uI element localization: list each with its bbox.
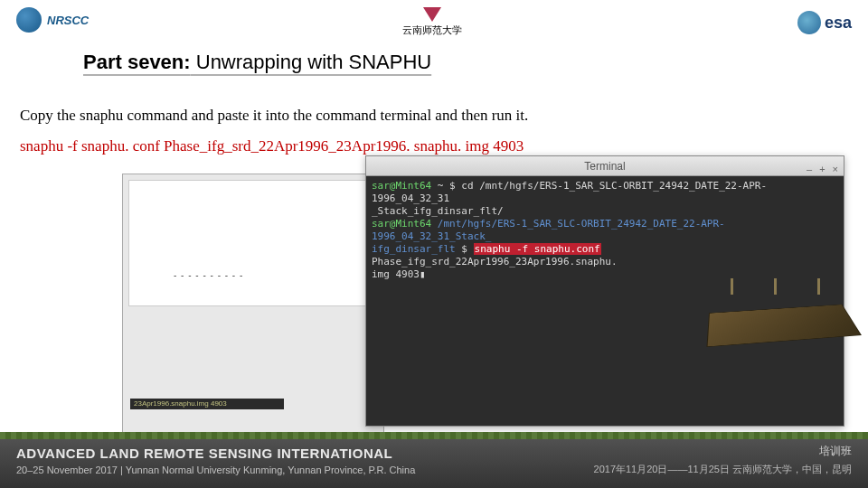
footer-cn1: 培训班 bbox=[594, 444, 852, 459]
antenna-icon bbox=[774, 278, 777, 295]
background-bottom-line: 23Apr1996.snaphu.img 4903 bbox=[130, 399, 284, 409]
maximize-icon[interactable]: + bbox=[819, 159, 825, 179]
esa-globe-icon bbox=[797, 11, 821, 34]
antenna-icon bbox=[731, 278, 733, 295]
background-window: - - - - - - - - - - 23Apr1996.snaphu.img… bbox=[122, 174, 384, 434]
terminal-titlebar[interactable]: Terminal – + × bbox=[366, 156, 844, 176]
globe-icon bbox=[16, 7, 42, 33]
nrscc-logo: NRSCC bbox=[16, 7, 89, 33]
esa-logo: esa bbox=[797, 11, 852, 34]
dots-row: - - - - - - - - - - bbox=[174, 270, 243, 280]
footer-title: ADVANCED LAND REMOTE SENSING INTERNATION… bbox=[16, 446, 415, 461]
terminal-line-1: sar@Mint64 ~ $ cd /mnt/hgfs/ERS-1_SAR_SL… bbox=[372, 180, 838, 205]
university-name: 云南师范大学 bbox=[402, 23, 462, 37]
satellite-graphic bbox=[687, 260, 868, 387]
footer-subtitle: 20–25 November 2017 | Yunnan Normal Univ… bbox=[16, 465, 415, 475]
solar-panel bbox=[706, 305, 862, 347]
minimize-icon[interactable]: – bbox=[807, 159, 812, 179]
terminal-line-3: sar@Mint64 /mnt/hgfs/ERS-1_SAR_SLC-ORBIT… bbox=[372, 218, 838, 243]
slide-title: Part seven: Unwrapping with SNAPHU bbox=[83, 51, 431, 74]
footer-left: ADVANCED LAND REMOTE SENSING INTERNATION… bbox=[0, 446, 415, 475]
footer-right: 培训班 2017年11月20日——11月25日 云南师范大学，中国，昆明 bbox=[594, 444, 868, 476]
background-window-inner bbox=[128, 180, 378, 306]
instruction-text: Copy the snaphu command and paste it int… bbox=[20, 107, 528, 125]
nrscc-text: NRSCC bbox=[47, 14, 89, 27]
antenna-icon bbox=[817, 278, 820, 295]
close-icon[interactable]: × bbox=[833, 159, 838, 179]
header-logos: NRSCC 云南师范大学 esa bbox=[0, 7, 868, 43]
footer-cn2: 2017年11月20日——11月25日 云南师范大学，中国，昆明 bbox=[594, 463, 852, 476]
title-rest: Unwrapping with SNAPHU bbox=[191, 51, 432, 73]
cursor-icon: ▮ bbox=[420, 268, 426, 280]
terminal-line-2: _Stack_ifg_dinsar_flt/ bbox=[372, 205, 838, 218]
command-text: snaphu -f snaphu. conf Phase_ifg_srd_22A… bbox=[20, 137, 524, 155]
footer-banner: ADVANCED LAND REMOTE SENSING INTERNATION… bbox=[0, 432, 868, 488]
title-bold: Part seven: bbox=[83, 51, 191, 73]
esa-text: esa bbox=[825, 14, 852, 33]
university-logo: 云南师范大学 bbox=[402, 7, 462, 37]
footer-separator bbox=[0, 432, 868, 439]
triangle-icon bbox=[423, 7, 441, 22]
terminal-controls: – + × bbox=[807, 159, 838, 179]
terminal-title-text: Terminal bbox=[584, 160, 625, 173]
